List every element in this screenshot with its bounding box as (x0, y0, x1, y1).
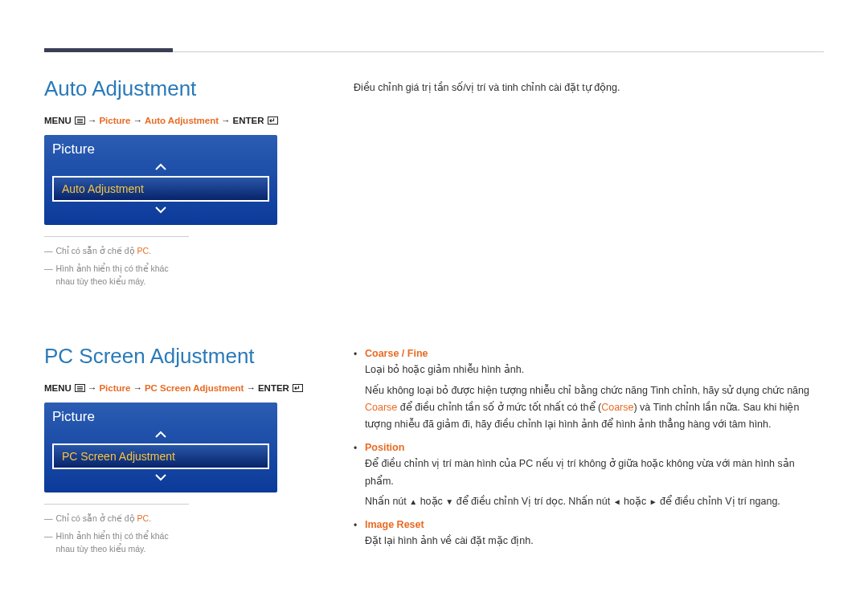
dash-icon: ― (44, 530, 53, 556)
bullet-dot: • (354, 517, 358, 553)
header-divider (44, 48, 824, 52)
bullet-list-pc: • Coarse / Fine Loại bỏ hoặc giảm nhiễu … (354, 345, 824, 553)
breadcrumb-pc-screen-adjustment: PC Screen Adjustment (145, 383, 244, 393)
breadcrumb-enter-label: ENTER (258, 383, 289, 393)
triangle-up-icon: ▲ (409, 495, 417, 509)
heading-coarse: Coarse (365, 348, 399, 359)
breadcrumb-picture: Picture (99, 383, 130, 393)
section-auto-adjustment: Auto Adjustment MENU → Picture → Auto Ad… (44, 76, 824, 320)
breadcrumb-auto-adjustment: Auto Adjustment (145, 116, 219, 125)
p2c: để điều chỉnh tần số ở mức tốt nhất có t… (397, 402, 601, 413)
arrow-icon: → (221, 116, 231, 125)
breadcrumb-picture: Picture (99, 116, 130, 125)
heading-sep: / (399, 348, 407, 359)
osd-up-arrow (52, 161, 269, 174)
footnote-text: Hình ảnh hiển thị có thể khác nhau tùy t… (56, 263, 190, 288)
footnote-image-vary-pc: ― Hình ảnh hiển thị có thể khác nhau tùy… (44, 530, 189, 556)
footnote-suffix: . (149, 513, 151, 523)
bullet-dot: • (354, 439, 358, 513)
osd-title-pc: Picture (52, 409, 269, 425)
position-p1: Để điều chỉnh vị trí màn hình của PC nếu… (365, 456, 824, 490)
p2d-coarse: Coarse (601, 402, 633, 413)
enter-icon (268, 116, 278, 125)
image-reset-p: Đặt lại hình ảnh về cài đặt mặc định. (365, 533, 824, 550)
bullet-dot: • (354, 345, 358, 436)
section-title-auto: Auto Adjustment (44, 76, 321, 101)
osd-selected-pc: PC Screen Adjustment (52, 443, 269, 469)
arrow-icon: → (133, 116, 142, 125)
p2c: để điều chỉnh Vị trí dọc. Nhấn nút (453, 496, 612, 507)
p2e: để điều chỉnh Vị trí ngang. (657, 496, 780, 507)
p2b: hoặc (417, 496, 445, 507)
dash-icon: ― (44, 263, 53, 288)
footnote-pc: PC (137, 246, 149, 255)
p2a: Nhấn nút (365, 496, 409, 507)
osd-panel-pc: Picture PC Screen Adjustment (44, 403, 277, 492)
footnote-prefix: Chỉ có sẵn ở chế độ (56, 513, 137, 523)
arrow-icon: → (133, 383, 142, 393)
section-pc-screen-adjustment: PC Screen Adjustment MENU → Picture → PC… (44, 344, 824, 587)
footnote-text: Chỉ có sẵn ở chế độ PC. (56, 513, 152, 525)
bullet-heading-image-reset: Image Reset (365, 517, 824, 533)
footnotes-auto: ― Chỉ có sẵn ở chế độ PC. ― Hình ảnh hiể… (44, 236, 189, 288)
breadcrumb-menu-label: MENU (44, 116, 72, 125)
menu-icon (75, 116, 85, 125)
footnote-pc-only-pc: ― Chỉ có sẵn ở chế độ PC. (44, 513, 189, 525)
left-column-auto: Auto Adjustment MENU → Picture → Auto Ad… (44, 76, 321, 320)
breadcrumb-auto: MENU → Picture → Auto Adjustment → ENTER (44, 116, 321, 125)
osd-title-auto: Picture (52, 141, 269, 157)
bullet-content: Position Để điều chỉnh vị trí màn hình c… (365, 439, 824, 513)
footnote-pc-only-auto: ― Chỉ có sẵn ở chế độ PC. (44, 245, 189, 258)
osd-up-arrow (52, 428, 269, 442)
osd-down-arrow (52, 471, 269, 484)
bullet-content: Image Reset Đặt lại hình ảnh về cài đặt … (365, 517, 824, 553)
triangle-left-icon: ◄ (613, 495, 621, 509)
coarse-fine-p2: Nếu không loại bỏ được hiện tượng nhiễu … (365, 382, 824, 434)
position-p2: Nhấn nút ▲ hoặc ▼ để điều chỉnh Vị trí d… (365, 493, 824, 510)
bullet-image-reset: • Image Reset Đặt lại hình ảnh về cài đặ… (354, 517, 824, 553)
osd-selected-auto: Auto Adjustment (52, 176, 269, 202)
footnote-prefix: Chỉ có sẵn ở chế độ (56, 246, 137, 255)
header-accent-bar (44, 48, 173, 52)
arrow-icon: → (88, 383, 97, 393)
dash-icon: ― (44, 513, 53, 525)
header-thin-line (173, 51, 824, 52)
p2b-coarse: Coarse (365, 402, 397, 413)
bullet-position: • Position Để điều chỉnh vị trí màn hình… (354, 439, 824, 513)
osd-panel-auto: Picture Auto Adjustment (44, 135, 277, 225)
p2d: hoặc (621, 496, 649, 507)
arrow-icon: → (246, 383, 256, 393)
breadcrumb-pc: MENU → Picture → PC Screen Adjustment → … (44, 383, 321, 393)
breadcrumb-enter-label: ENTER (233, 116, 264, 125)
section-title-pc: PC Screen Adjustment (44, 344, 321, 369)
bullet-heading-position: Position (365, 439, 824, 456)
dash-icon: ― (44, 245, 53, 258)
bullet-coarse-fine: • Coarse / Fine Loại bỏ hoặc giảm nhiễu … (354, 345, 824, 436)
bullet-heading-coarse-fine: Coarse / Fine (365, 345, 824, 362)
footnote-text: Chỉ có sẵn ở chế độ PC. (56, 245, 152, 258)
right-column-pc: • Coarse / Fine Loại bỏ hoặc giảm nhiễu … (354, 344, 824, 587)
footnote-image-vary-auto: ― Hình ảnh hiển thị có thể khác nhau tùy… (44, 263, 189, 288)
breadcrumb-menu-label: MENU (44, 383, 72, 393)
footnote-pc: PC (137, 513, 149, 523)
bullet-content: Coarse / Fine Loại bỏ hoặc giảm nhiễu hì… (365, 345, 824, 436)
arrow-icon: → (88, 116, 97, 125)
footnote-text: Hình ảnh hiển thị có thể khác nhau tùy t… (56, 530, 190, 556)
triangle-down-icon: ▼ (445, 495, 453, 509)
heading-fine: Fine (407, 348, 428, 359)
coarse-fine-p1: Loại bỏ hoặc giảm nhiễu hình ảnh. (365, 362, 824, 378)
p2a: Nếu không loại bỏ được hiện tượng nhiễu … (365, 385, 809, 396)
auto-description: Điều chỉnh giá trị tần số/vị trí và tinh… (354, 80, 824, 96)
left-column-pc: PC Screen Adjustment MENU → Picture → PC… (44, 344, 321, 587)
osd-down-arrow (52, 203, 269, 217)
footnotes-pc: ― Chỉ có sẵn ở chế độ PC. ― Hình ảnh hiể… (44, 504, 189, 555)
menu-icon (75, 384, 85, 392)
footnote-suffix: . (149, 246, 151, 255)
triangle-right-icon: ► (649, 495, 657, 509)
right-column-auto: Điều chỉnh giá trị tần số/vị trí và tinh… (354, 76, 824, 320)
enter-icon (293, 384, 303, 392)
